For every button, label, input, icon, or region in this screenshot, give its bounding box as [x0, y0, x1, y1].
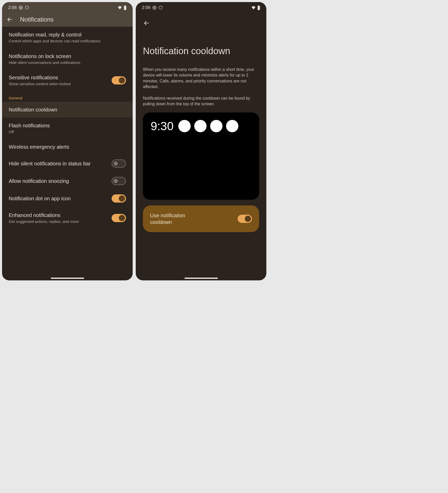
- toggle-sensitive[interactable]: [112, 76, 126, 84]
- toggle-dot[interactable]: [112, 194, 126, 203]
- setting-flash-notifications[interactable]: Flash notifications Off: [2, 118, 133, 139]
- setting-title: Wireless emergency alerts: [9, 144, 122, 150]
- dot-icon: [210, 120, 222, 132]
- toggle-snoozing[interactable]: [112, 177, 126, 185]
- svg-rect-1: [124, 6, 126, 10]
- wifi-icon: [118, 6, 122, 10]
- setting-hide-silent[interactable]: Hide silent notifications in status bar: [2, 155, 133, 172]
- toggle-enhanced[interactable]: [112, 214, 126, 222]
- setting-title: Enhanced notifications: [9, 212, 108, 219]
- preview-card: 9:30: [143, 112, 259, 200]
- setting-emergency-alerts[interactable]: Wireless emergency alerts: [2, 139, 133, 155]
- setting-dot-on-icon[interactable]: Notification dot on app icon: [2, 190, 133, 207]
- svg-point-4: [154, 7, 155, 8]
- battery-icon: [257, 5, 260, 10]
- nav-pill[interactable]: [184, 278, 218, 279]
- phone-left-notifications: 2:06 Notifications Notification read,: [2, 2, 133, 280]
- setting-subtitle: Show sensitive content when locked: [9, 81, 108, 87]
- page-title: Notification cooldown: [143, 46, 259, 56]
- back-arrow-icon[interactable]: [143, 20, 150, 26]
- setting-title: Notification cooldown: [9, 106, 122, 113]
- phone-right-cooldown: 2:06 Notification cooldown When you rece…: [136, 2, 266, 280]
- svg-rect-5: [258, 6, 260, 10]
- setting-title: Notification read, reply & control: [9, 31, 122, 38]
- cooldown-description-1: When you receive many notifications with…: [143, 67, 259, 90]
- setting-sensitive-notifications[interactable]: Sensitive notifications Show sensitive c…: [2, 70, 133, 91]
- dot-icon: [226, 120, 238, 132]
- svg-rect-6: [258, 5, 259, 6]
- setting-notification-cooldown[interactable]: Notification cooldown: [2, 102, 133, 118]
- status-time: 2:06: [142, 5, 150, 10]
- status-bar: 2:06: [136, 2, 266, 12]
- setting-title: Hide silent notifications in status bar: [9, 160, 108, 167]
- setting-subtitle: Get suggested actions, replies, and more: [9, 219, 108, 224]
- setting-subtitle: Hide silent conversations and notificati…: [9, 60, 122, 65]
- setting-title: Notification dot on app icon: [9, 195, 108, 202]
- preview-dots: [178, 120, 238, 132]
- shield-icon: [25, 6, 29, 10]
- setting-notification-read-reply[interactable]: Notification read, reply & control Contr…: [2, 27, 133, 48]
- setting-subtitle: Control which apps and devices can read …: [9, 39, 122, 44]
- section-header-general: General: [2, 91, 133, 102]
- status-bar: 2:06: [2, 2, 133, 12]
- setting-title: Flash notifications: [9, 122, 122, 129]
- battery-icon: [124, 5, 126, 10]
- dot-icon: [178, 120, 191, 132]
- gear-icon: [152, 6, 157, 10]
- header-bar: Notifications: [2, 12, 133, 27]
- page-title: Notifications: [20, 16, 54, 23]
- use-cooldown-card[interactable]: Use notification cooldown: [143, 205, 259, 232]
- setting-subtitle: Off: [9, 129, 122, 135]
- gear-icon: [19, 6, 23, 10]
- use-cooldown-label: Use notification cooldown: [150, 212, 207, 225]
- setting-title: Sensitive notifications: [9, 74, 108, 81]
- setting-snoozing[interactable]: Allow notification snoozing: [2, 172, 133, 190]
- back-arrow-icon[interactable]: [7, 16, 13, 23]
- cooldown-description-2: Notifications received during the cooldo…: [143, 96, 259, 107]
- setting-title: Allow notification snoozing: [9, 178, 108, 184]
- svg-rect-2: [125, 5, 126, 6]
- preview-time: 9:30: [151, 119, 174, 133]
- status-time: 2:06: [8, 5, 17, 10]
- nav-pill[interactable]: [51, 278, 84, 279]
- wifi-icon: [251, 6, 256, 10]
- setting-enhanced[interactable]: Enhanced notifications Get suggested act…: [2, 207, 133, 229]
- shield-icon: [159, 6, 163, 10]
- settings-list: Notification read, reply & control Contr…: [2, 27, 133, 229]
- toggle-use-cooldown[interactable]: [238, 215, 252, 223]
- svg-point-0: [20, 7, 21, 8]
- setting-lock-screen[interactable]: Notifications on lock screen Hide silent…: [2, 48, 133, 70]
- dot-icon: [194, 120, 207, 132]
- toggle-hide-silent[interactable]: [112, 159, 126, 168]
- setting-title: Notifications on lock screen: [9, 53, 122, 60]
